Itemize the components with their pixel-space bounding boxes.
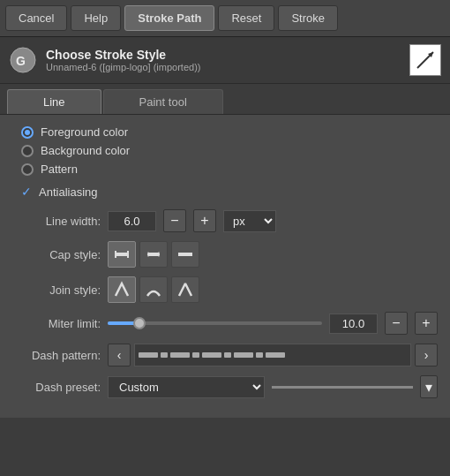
- toolbar: Cancel Help Stroke Path Reset Stroke: [0, 0, 450, 37]
- dash-seg-5: [202, 352, 221, 358]
- svg-rect-8: [178, 253, 192, 256]
- content-area: Foreground color Background color Patter…: [0, 115, 450, 418]
- reset-button[interactable]: Reset: [218, 5, 274, 31]
- miter-increase-button[interactable]: +: [415, 312, 438, 335]
- line-width-unit-select[interactable]: px mm in: [223, 210, 276, 232]
- svg-rect-7: [149, 253, 158, 256]
- line-width-increase-button[interactable]: +: [193, 209, 216, 232]
- dash-pattern-inner: [135, 344, 410, 366]
- preset-line-preview: [272, 386, 413, 389]
- dash-pattern-track: [134, 344, 411, 366]
- antialiasing-checkbox[interactable]: ✓ Antialiasing: [12, 185, 438, 199]
- radio-foreground[interactable]: Foreground color: [21, 125, 438, 139]
- miter-limit-row: Miter limit: − +: [12, 312, 438, 335]
- stroke-path-button[interactable]: Stroke Path: [124, 5, 214, 31]
- cancel-button[interactable]: Cancel: [5, 5, 67, 31]
- dash-seg-4: [192, 352, 199, 358]
- radio-background-label: Background color: [41, 144, 130, 157]
- miter-limit-slider[interactable]: [108, 314, 322, 332]
- radio-pattern[interactable]: Pattern: [21, 162, 438, 176]
- line-width-row: Line width: − + px mm in: [12, 209, 438, 232]
- radio-pattern-label: Pattern: [41, 162, 78, 176]
- line-width-label: Line width:: [12, 215, 101, 228]
- dash-seg-2: [161, 352, 168, 358]
- cap-round-button[interactable]: [139, 241, 168, 268]
- svg-text:G: G: [16, 54, 26, 68]
- preview-thumbnail: [409, 44, 441, 76]
- cap-style-group: [108, 241, 199, 268]
- svg-rect-4: [116, 253, 128, 256]
- check-icon: ✓: [21, 185, 32, 199]
- dialog-title: Choose Stroke Style: [46, 48, 200, 62]
- dash-seg-9: [266, 352, 285, 358]
- dash-next-button[interactable]: ›: [415, 344, 438, 366]
- line-width-decrease-button[interactable]: −: [163, 209, 186, 232]
- dash-pattern-label: Dash pattern:: [12, 349, 101, 362]
- cap-style-label: Cap style:: [12, 248, 101, 261]
- dialog-subtitle: Unnamed-6 ([gimp-logo] (imported)): [46, 62, 200, 72]
- header-text: Choose Stroke Style Unnamed-6 ([gimp-log…: [46, 48, 200, 72]
- join-style-row: Join style:: [12, 276, 438, 303]
- radio-background[interactable]: Background color: [21, 144, 438, 157]
- join-bevel-button[interactable]: [171, 276, 199, 303]
- gimp-icon: G: [9, 46, 37, 74]
- tab-line[interactable]: Line: [7, 89, 101, 114]
- dash-pattern-container: ‹ ›: [108, 344, 438, 366]
- tab-bar: Line Paint tool: [0, 84, 450, 115]
- antialiasing-label: Antialiasing: [39, 185, 98, 199]
- dash-seg-8: [256, 352, 263, 358]
- help-button[interactable]: Help: [71, 5, 121, 31]
- join-miter-button[interactable]: [108, 276, 136, 303]
- dash-seg-1: [139, 352, 158, 358]
- line-width-input[interactable]: [108, 211, 156, 231]
- header-section: G Choose Stroke Style Unnamed-6 ([gimp-l…: [0, 37, 450, 84]
- dash-preset-row: Dash preset: Custom Solid Dashed Dotted …: [12, 375, 438, 398]
- dash-preset-label: Dash preset:: [12, 381, 101, 394]
- join-style-label: Join style:: [12, 283, 101, 297]
- cap-style-row: Cap style:: [12, 241, 438, 268]
- join-style-group: [108, 276, 199, 303]
- dash-prev-button[interactable]: ‹: [108, 344, 131, 366]
- radio-pattern-indicator: [21, 163, 34, 176]
- dash-seg-3: [170, 352, 190, 358]
- tab-paint-tool[interactable]: Paint tool: [103, 89, 223, 114]
- cap-butt-button[interactable]: [108, 241, 136, 268]
- miter-limit-label: Miter limit:: [12, 317, 101, 330]
- slider-thumb[interactable]: [133, 317, 146, 329]
- color-source-group: Foreground color Background color Patter…: [12, 125, 438, 176]
- stroke-button[interactable]: Stroke: [278, 5, 338, 31]
- dash-seg-6: [224, 352, 231, 358]
- slider-track: [108, 321, 322, 325]
- dash-preset-select[interactable]: Custom Solid Dashed Dotted: [108, 376, 265, 398]
- dash-pattern-row: Dash pattern: ‹ ›: [12, 344, 438, 366]
- radio-foreground-indicator: [21, 126, 34, 139]
- miter-decrease-button[interactable]: −: [385, 312, 408, 335]
- dash-preset-container: Custom Solid Dashed Dotted ▾: [108, 375, 438, 398]
- preset-dropdown-button[interactable]: ▾: [420, 375, 438, 398]
- join-round-button[interactable]: [139, 276, 168, 303]
- dash-seg-7: [234, 352, 253, 358]
- miter-limit-input[interactable]: [329, 314, 378, 334]
- radio-background-indicator: [21, 145, 34, 157]
- cap-square-button[interactable]: [171, 241, 199, 268]
- radio-foreground-label: Foreground color: [41, 125, 128, 139]
